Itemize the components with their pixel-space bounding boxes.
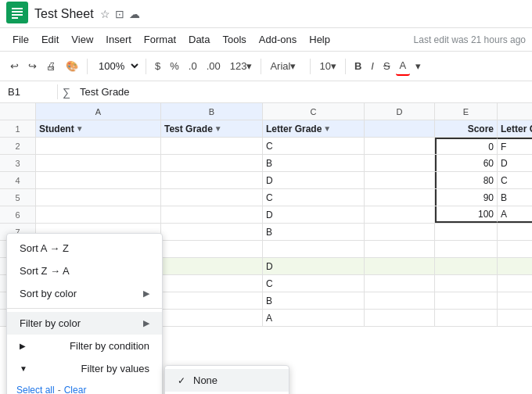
cell-reference-input[interactable] <box>3 84 58 99</box>
cell-a4[interactable] <box>36 172 161 188</box>
col-header-a[interactable]: A <box>36 103 161 120</box>
cell-e3[interactable]: 60 <box>435 155 498 171</box>
cell-b8[interactable] <box>161 241 263 257</box>
print-button[interactable]: 🖨 <box>42 57 60 75</box>
cell-e4[interactable]: 80 <box>435 172 498 188</box>
menu-edit[interactable]: Edit <box>35 30 65 48</box>
cell-b1[interactable]: Test Grade ▼ <box>161 120 263 137</box>
cell-d12[interactable] <box>365 310 435 326</box>
cell-f9[interactable] <box>498 258 532 274</box>
cell-d9[interactable] <box>365 258 435 274</box>
cell-e10[interactable] <box>435 275 498 292</box>
font-selector[interactable]: Arial▾ <box>266 57 305 75</box>
cell-c7[interactable]: B <box>263 224 365 240</box>
cell-b2[interactable] <box>161 138 263 154</box>
cell-e11[interactable] <box>435 292 498 309</box>
cell-f2[interactable]: F <box>498 138 532 154</box>
cell-a5[interactable] <box>36 189 161 206</box>
cell-a3[interactable] <box>36 155 161 171</box>
italic-button[interactable]: I <box>367 57 378 75</box>
cell-c11[interactable]: B <box>263 292 365 309</box>
cell-b3[interactable] <box>161 155 263 171</box>
bold-button[interactable]: B <box>350 57 365 75</box>
col-header-f[interactable]: F <box>498 103 532 120</box>
cell-f4[interactable]: C <box>498 172 532 188</box>
cell-f7[interactable] <box>498 224 532 240</box>
cell-a2[interactable] <box>36 138 161 154</box>
cell-d4[interactable] <box>365 172 435 188</box>
menu-help[interactable]: Help <box>303 30 336 48</box>
col-header-b[interactable]: B <box>161 103 263 120</box>
cell-c12[interactable]: A <box>263 310 365 326</box>
cell-b12[interactable] <box>161 310 263 326</box>
undo-button[interactable]: ↩ <box>6 57 23 75</box>
cell-c2[interactable]: C <box>263 138 365 154</box>
cell-e5[interactable]: 90 <box>435 189 498 206</box>
cell-c4[interactable]: D <box>263 172 365 188</box>
cell-c3[interactable]: B <box>263 155 365 171</box>
increase-decimal-button[interactable]: .00 <box>203 57 225 75</box>
cell-e12[interactable] <box>435 310 498 326</box>
menu-data[interactable]: Data <box>182 30 216 48</box>
cell-c10[interactable]: C <box>263 275 365 292</box>
text-color-button[interactable]: A <box>396 56 411 76</box>
redo-button[interactable]: ↪ <box>24 57 41 75</box>
sub-none[interactable]: ✓ None <box>165 369 289 392</box>
cell-f1[interactable]: Letter Grade <box>498 120 532 137</box>
ctx-sort-az[interactable]: Sort A → Z <box>7 237 162 260</box>
filter-icon-grade[interactable]: ▼ <box>214 124 222 133</box>
cell-c9[interactable]: D <box>263 258 365 274</box>
ctx-filter-values[interactable]: ▼ Filter by values <box>7 357 162 380</box>
cell-d5[interactable] <box>365 189 435 206</box>
ctx-sort-za[interactable]: Sort Z → A <box>7 260 162 282</box>
cell-f5[interactable]: B <box>498 189 532 206</box>
cell-e9[interactable] <box>435 258 498 274</box>
decrease-decimal-button[interactable]: .0 <box>185 57 201 75</box>
cell-b11[interactable] <box>161 292 263 309</box>
cell-e1[interactable]: Score <box>435 120 498 137</box>
cell-a1[interactable]: Student ▼ <box>36 120 161 137</box>
number-format-button[interactable]: 123▾ <box>226 57 257 75</box>
cell-d6[interactable] <box>365 206 435 223</box>
cell-b4[interactable] <box>161 172 263 188</box>
cell-f11[interactable] <box>498 292 532 309</box>
cell-b9[interactable] <box>161 258 263 274</box>
menu-addons[interactable]: Add-ons <box>253 30 303 48</box>
cell-e2[interactable]: 0 <box>435 138 498 154</box>
cell-d10[interactable] <box>365 275 435 292</box>
cell-e7[interactable] <box>435 224 498 240</box>
zoom-select[interactable]: 100% 75% 50% <box>92 58 141 74</box>
filter-icon-letter[interactable]: ▼ <box>323 124 331 133</box>
format-paint-button[interactable]: 🎨 <box>62 57 82 75</box>
col-header-d[interactable]: D <box>365 103 435 120</box>
cell-b5[interactable] <box>161 189 263 206</box>
more-formats-button[interactable]: ▾ <box>412 57 425 75</box>
ctx-filter-color[interactable]: Filter by color ▶ <box>7 312 162 335</box>
star-icon[interactable]: ☆ <box>100 8 110 20</box>
filter-icon-student[interactable]: ▼ <box>76 124 84 133</box>
menu-view[interactable]: View <box>65 30 99 48</box>
ctx-filter-condition[interactable]: ▶ Filter by condition <box>7 335 162 357</box>
cell-e6[interactable]: 100 <box>435 206 498 223</box>
col-header-c[interactable]: C <box>263 103 365 120</box>
select-all-link[interactable]: Select all <box>16 385 55 394</box>
cell-d2[interactable] <box>365 138 435 154</box>
cell-c6[interactable]: D <box>263 206 365 223</box>
cell-e8[interactable] <box>435 241 498 257</box>
cell-d3[interactable] <box>365 155 435 171</box>
cell-d7[interactable] <box>365 224 435 240</box>
cell-f12[interactable] <box>498 310 532 326</box>
formula-input[interactable] <box>75 84 529 99</box>
cell-f8[interactable] <box>498 241 532 257</box>
cell-c8[interactable] <box>263 241 365 257</box>
cell-b6[interactable] <box>161 206 263 223</box>
cell-c5[interactable]: C <box>263 189 365 206</box>
menu-insert[interactable]: Insert <box>99 30 138 48</box>
cell-c1[interactable]: Letter Grade ▼ <box>263 120 365 137</box>
cell-d8[interactable] <box>365 241 435 257</box>
cell-b7[interactable] <box>161 224 263 240</box>
cell-f3[interactable]: D <box>498 155 532 171</box>
font-size-selector[interactable]: 10▾ <box>315 57 340 75</box>
clear-link[interactable]: Clear <box>64 385 87 394</box>
strikethrough-button[interactable]: S <box>379 57 394 75</box>
